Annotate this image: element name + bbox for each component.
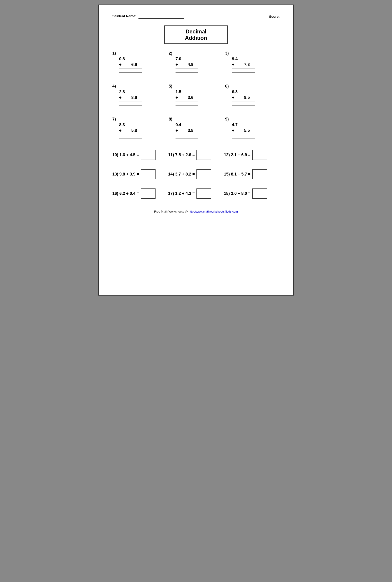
plus-sign-9: +: [232, 128, 234, 133]
answer-box-14[interactable]: [196, 169, 211, 179]
worksheet-page: Student Name: Score: Decimal Addition 1)…: [98, 4, 294, 296]
inline-row-2: 13) 9.8 + 3.9 = 14) 3.7 + 8.2 = 15) 8.1 …: [112, 169, 280, 179]
plus-sign-3: +: [232, 62, 234, 67]
footer: Free Math Worksheets @ http://www.mathwo…: [112, 208, 280, 213]
problem-18-text: 18) 2.0 + 8.0 =: [224, 191, 250, 196]
vertical-row-3: 7) 8.3 + 5.8 8) 0.4 + 3.8 9): [112, 117, 280, 138]
problem-number-3: 3): [225, 51, 280, 56]
answer-box-10[interactable]: [141, 150, 156, 160]
problem-number-4: 4): [112, 84, 167, 89]
underline-7: [119, 134, 142, 134]
problem-16-text: 16) 6.2 + 0.4 =: [112, 191, 139, 196]
addend-value-5: 3.6: [182, 95, 194, 100]
problem-15-text: 15) 8.1 + 5.7 =: [224, 172, 250, 177]
underline-6: [232, 101, 255, 101]
answer-box-16[interactable]: [141, 188, 156, 199]
problem-14-text: 14) 3.7 + 8.2 =: [168, 172, 195, 177]
answer-line-4: [119, 105, 142, 105]
problem-6: 6) 6.3 + 9.5: [225, 84, 280, 105]
problem-17-text: 17) 1.2 + 4.3 =: [168, 191, 195, 196]
answer-line-3: [232, 72, 255, 72]
worksheet-title: Decimal Addition: [164, 25, 228, 44]
plus-sign-6: +: [232, 95, 234, 100]
addend-row-5: + 3.6: [169, 95, 223, 100]
top-number-3: 9.4: [225, 57, 280, 61]
problem-13: 13) 9.8 + 3.9 =: [112, 169, 168, 179]
problem-2: 2) 7.0 + 4.9: [169, 51, 223, 72]
score-label: Score:: [269, 14, 280, 18]
addend-value-8: 3.8: [182, 128, 194, 133]
problem-17: 17) 1.2 + 4.3 =: [168, 188, 224, 199]
top-number-5: 1.5: [169, 89, 223, 94]
inline-problems-section: 10) 1.6 + 4.5 = 11) 7.5 + 2.6 = 12) 2.1 …: [112, 150, 280, 199]
top-number-7: 8.3: [112, 122, 167, 127]
vertical-problems-section: 1) 0.8 + 6.6 2) 7.0 + 4.9 3): [112, 51, 280, 138]
plus-sign-4: +: [119, 95, 122, 100]
answer-box-15[interactable]: [252, 169, 267, 179]
addend-row-1: + 6.6: [112, 62, 167, 67]
problem-14: 14) 3.7 + 8.2 =: [168, 169, 224, 179]
underline-3: [232, 68, 255, 68]
problem-12-text: 12) 2.1 + 6.9 =: [224, 152, 250, 157]
problem-10-text: 10) 1.6 + 4.5 =: [112, 152, 139, 157]
student-name-field: Student Name:: [112, 14, 184, 19]
addend-value-6: 9.5: [238, 95, 250, 100]
answer-box-13[interactable]: [141, 169, 156, 179]
addend-row-9: + 5.5: [225, 128, 280, 133]
answer-box-12[interactable]: [252, 150, 267, 160]
plus-sign-2: +: [176, 62, 178, 67]
addend-value-3: 7.3: [238, 62, 250, 67]
footer-text: Free Math Worksheets @: [154, 210, 189, 213]
addend-row-2: + 4.9: [169, 62, 223, 67]
problem-number-6: 6): [225, 84, 280, 89]
score-field: Score:: [269, 14, 280, 19]
problem-number-7: 7): [112, 117, 167, 122]
problem-number-8: 8): [169, 117, 223, 122]
problem-number-2: 2): [169, 51, 223, 56]
problem-3: 3) 9.4 + 7.3: [225, 51, 280, 72]
student-name-label: Student Name:: [112, 14, 136, 18]
problem-18: 18) 2.0 + 8.0 =: [224, 188, 280, 199]
answer-box-17[interactable]: [196, 188, 211, 199]
addend-row-4: + 8.6: [112, 95, 167, 100]
problem-8: 8) 0.4 + 3.8: [169, 117, 223, 138]
addend-row-7: + 5.8: [112, 128, 167, 133]
addend-row-3: + 7.3: [225, 62, 280, 67]
answer-line-9: [232, 138, 255, 138]
answer-box-18[interactable]: [252, 188, 267, 199]
answer-box-11[interactable]: [196, 150, 211, 160]
problem-5: 5) 1.5 + 3.6: [169, 84, 223, 105]
problem-11-text: 11) 7.5 + 2.6 =: [168, 152, 195, 157]
addend-value-4: 8.6: [126, 95, 137, 100]
plus-sign-1: +: [119, 62, 122, 67]
addend-row-8: + 3.8: [169, 128, 223, 133]
addend-value-2: 4.9: [182, 62, 194, 67]
answer-line-2: [176, 72, 198, 72]
inline-row-1: 10) 1.6 + 4.5 = 11) 7.5 + 2.6 = 12) 2.1 …: [112, 150, 280, 160]
problem-9: 9) 4.7 + 5.5: [225, 117, 280, 138]
header: Student Name: Score:: [112, 14, 280, 19]
answer-line-8: [176, 138, 198, 138]
problem-1: 1) 0.8 + 6.6: [112, 51, 167, 72]
underline-2: [176, 68, 198, 68]
problem-16: 16) 6.2 + 0.4 =: [112, 188, 168, 199]
underline-8: [176, 134, 198, 134]
problem-11: 11) 7.5 + 2.6 =: [168, 150, 224, 160]
plus-sign-7: +: [119, 128, 122, 133]
answer-line-6: [232, 105, 255, 105]
footer-link[interactable]: http://www.mathworksheets4kids.com: [188, 210, 238, 213]
problem-15: 15) 8.1 + 5.7 =: [224, 169, 280, 179]
underline-1: [119, 68, 142, 68]
name-underline[interactable]: [138, 14, 184, 19]
top-number-6: 6.3: [225, 89, 280, 94]
vertical-row-2: 4) 2.8 + 8.6 5) 1.5 + 3.6 6): [112, 84, 280, 105]
underline-4: [119, 101, 142, 101]
top-number-4: 2.8: [112, 89, 167, 94]
underline-5: [176, 101, 198, 101]
addend-value-7: 5.8: [126, 128, 137, 133]
plus-sign-8: +: [176, 128, 178, 133]
top-number-2: 7.0: [169, 57, 223, 61]
vertical-row-1: 1) 0.8 + 6.6 2) 7.0 + 4.9 3): [112, 51, 280, 72]
addend-value-1: 6.6: [126, 62, 137, 67]
answer-line-1: [119, 72, 142, 72]
